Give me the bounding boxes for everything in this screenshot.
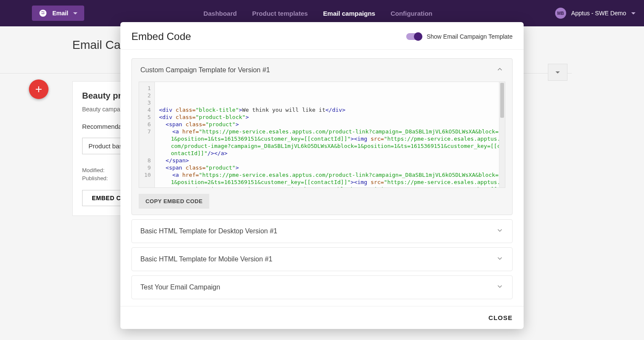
panel-custom-title: Custom Campaign Template for Version #1 — [140, 66, 270, 74]
caret-down-icon — [73, 12, 77, 14]
nav-configuration[interactable]: Configuration — [390, 10, 432, 17]
code-scrollbar[interactable] — [499, 82, 505, 187]
brand-logo-icon — [39, 9, 47, 17]
brand-label: Email — [52, 10, 68, 17]
panel-desktop-title: Basic HTML Template for Desktop Version … — [140, 227, 277, 235]
chevron-down-icon — [496, 227, 504, 236]
panel-custom-template: Custom Campaign Template for Version #1 … — [131, 58, 513, 215]
panel-mobile-title: Basic HTML Template for Mobile Version #… — [140, 255, 272, 263]
nav-product-templates[interactable]: Product templates — [252, 10, 308, 17]
page-options-dropdown[interactable] — [548, 64, 567, 81]
panel-test-campaign: Test Your Email Campaign — [131, 275, 513, 299]
code-editor[interactable]: 1234567 8910 <div class="block-title">We… — [139, 82, 505, 188]
toggle-wrap: Show Email Campaign Template — [406, 33, 513, 40]
add-fab[interactable]: + — [29, 79, 48, 99]
user-menu[interactable]: MB Apptus - SWE Demo — [555, 8, 635, 19]
code-content: <div class="block-title">We think you wi… — [155, 82, 505, 187]
caret-down-icon — [556, 71, 560, 74]
embed-code-modal: Embed Code Show Email Campaign Template … — [120, 22, 524, 329]
avatar: MB — [555, 8, 566, 19]
modal-footer: CLOSE — [120, 306, 524, 329]
modal-header: Embed Code Show Email Campaign Template — [120, 22, 524, 50]
copy-embed-code-button[interactable]: COPY EMBED CODE — [139, 194, 209, 209]
panel-desktop-template: Basic HTML Template for Desktop Version … — [131, 219, 513, 243]
panel-test-title: Test Your Email Campaign — [140, 283, 220, 291]
scrollbar-thumb[interactable] — [500, 83, 504, 118]
modal-title: Embed Code — [131, 31, 191, 42]
toggle-label: Show Email Campaign Template — [427, 33, 513, 40]
chevron-up-icon — [496, 65, 504, 75]
chevron-down-icon — [496, 255, 504, 264]
caret-down-icon — [631, 12, 635, 14]
code-gutter: 1234567 8910 — [139, 82, 155, 187]
panel-test-header[interactable]: Test Your Email Campaign — [132, 276, 512, 299]
close-button[interactable]: CLOSE — [488, 314, 513, 321]
user-name: Apptus - SWE Demo — [571, 10, 626, 17]
modal-body: Custom Campaign Template for Version #1 … — [120, 50, 524, 306]
nav-links: Dashboard Product templates Email campai… — [203, 10, 432, 17]
brand-dropdown[interactable]: Email — [32, 6, 84, 21]
panel-mobile-header[interactable]: Basic HTML Template for Mobile Version #… — [132, 248, 512, 271]
panel-mobile-template: Basic HTML Template for Mobile Version #… — [131, 247, 513, 271]
plus-icon: + — [35, 82, 42, 96]
show-template-toggle[interactable] — [406, 33, 422, 40]
nav-dashboard[interactable]: Dashboard — [203, 10, 237, 17]
chevron-down-icon — [496, 283, 504, 292]
panel-custom-header[interactable]: Custom Campaign Template for Version #1 — [132, 59, 512, 82]
nav-email-campaigns[interactable]: Email campaigns — [323, 10, 376, 17]
panel-desktop-header[interactable]: Basic HTML Template for Desktop Version … — [132, 220, 512, 243]
